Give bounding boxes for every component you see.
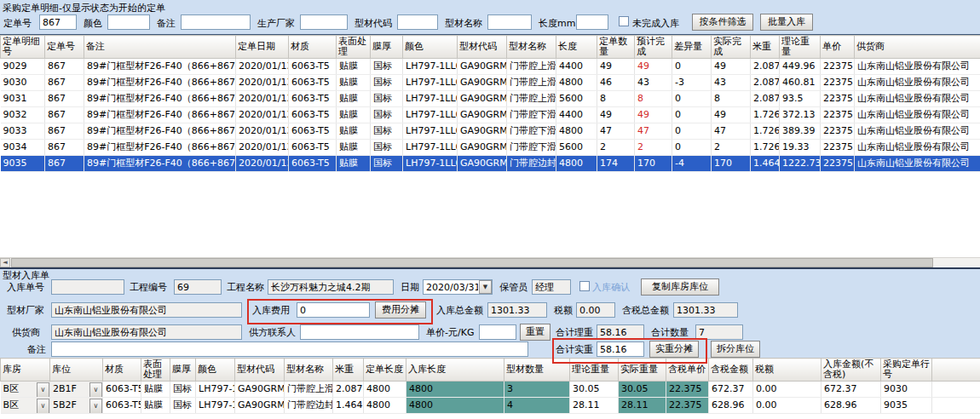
column-header[interactable]: 表面处理	[337, 36, 371, 59]
column-header[interactable]: 型材代码	[458, 36, 507, 59]
remark-input[interactable]	[51, 342, 528, 357]
column-header[interactable]: 供货商	[855, 36, 980, 59]
actual-share-button[interactable]: 实重分摊	[649, 341, 699, 358]
scrollbar-thumb[interactable]	[11, 258, 933, 267]
batch-inbound-button[interactable]: 批量入库	[760, 14, 813, 31]
column-header[interactable]: 颜色	[403, 36, 458, 59]
unfinished-checkbox[interactable]	[619, 16, 629, 26]
filter-manufacturer-input[interactable]	[300, 14, 348, 30]
dropdown-arrow-icon[interactable]: ∨	[89, 382, 102, 398]
reset-button[interactable]: 重置	[520, 324, 551, 341]
column-header[interactable]: 含税单价	[666, 359, 709, 382]
total-actual-input[interactable]	[597, 342, 644, 357]
column-header[interactable]: 理论重量	[780, 36, 821, 59]
filter-order-no-input[interactable]	[39, 14, 77, 30]
column-header[interactable]: 含税金额	[709, 359, 753, 382]
column-header[interactable]: 颜色	[196, 359, 235, 382]
column-header[interactable]: 理论重量	[570, 359, 619, 382]
cell: GA90GRM04	[458, 107, 507, 123]
column-header[interactable]: 型材代码	[235, 359, 285, 382]
supplier-contact-input[interactable]	[300, 324, 419, 340]
cell: 6063-T5	[289, 156, 337, 172]
column-header[interactable]: 型材名称	[507, 36, 556, 59]
column-header[interactable]: 米重	[333, 359, 364, 382]
column-header[interactable]: 备注	[84, 36, 236, 59]
column-header[interactable]: 入库金额(不含税)	[821, 359, 881, 382]
column-header[interactable]: 库位	[50, 359, 103, 382]
project-no-input[interactable]	[174, 279, 222, 295]
column-header[interactable]: 型材名称	[285, 359, 333, 382]
unit-price-input[interactable]	[479, 324, 516, 340]
cell: 4400	[556, 107, 597, 123]
table-row[interactable]: 903586789#门框型材F26-F40（866+867）2020/01/13…	[1, 156, 980, 172]
split-location-button[interactable]: 拆分库位	[711, 341, 760, 358]
column-header[interactable]: 实际完成	[712, 36, 751, 59]
column-header[interactable]: 差异量	[672, 36, 712, 59]
dropdown-arrow-icon[interactable]: ∨	[37, 399, 49, 414]
tax-total-input[interactable]	[673, 302, 738, 318]
column-header[interactable]: 库房	[1, 359, 50, 382]
filter-by-condition-button[interactable]: 按条件筛选	[692, 14, 753, 31]
cell: 贴膜	[141, 382, 170, 398]
column-header[interactable]: 入库长度	[406, 359, 504, 382]
cell: 89#门框型材F26-F40（866+867）	[84, 75, 236, 91]
column-header[interactable]: 膜厚	[170, 359, 196, 382]
cell: 0	[672, 123, 712, 140]
inbound-confirm-checkbox[interactable]	[579, 281, 590, 291]
cell: LH797-1LL0	[403, 156, 458, 172]
filter-color-input[interactable]	[107, 14, 150, 30]
column-header[interactable]: 定单明细号	[1, 36, 45, 59]
cell: 3	[504, 382, 570, 398]
table-row[interactable]: 903286789#门框型材F26-F40（866+867）2020/01/13…	[1, 107, 980, 123]
inbound-total-input[interactable]	[487, 302, 547, 318]
keeper-input[interactable]	[532, 279, 571, 295]
total-theory-input[interactable]	[597, 324, 644, 340]
column-header[interactable]: 长度	[556, 36, 597, 59]
table-row[interactable]: 903386789#门框型材F26-F40（866+867）2020/01/13…	[1, 123, 980, 140]
cell: 贴膜	[337, 59, 371, 75]
factory-input[interactable]	[51, 302, 242, 318]
table-row[interactable]: 903086789#门框型材F26-F40（866+867）2020/01/13…	[1, 75, 980, 91]
column-header[interactable]: 膜厚	[371, 36, 403, 59]
dropdown-arrow-icon[interactable]: ∨	[37, 382, 49, 398]
column-header[interactable]: 型材数量	[504, 359, 570, 382]
dropdown-arrow-icon[interactable]: ∨	[89, 399, 102, 414]
cell: 贴膜	[337, 75, 371, 91]
table-row[interactable]: 902986789#门框型材F26-F40（866+867）2020/01/13…	[1, 59, 980, 75]
tax-input[interactable]	[576, 302, 615, 318]
total-qty-input[interactable]	[695, 324, 743, 340]
column-header[interactable]: 采购定单行号	[881, 359, 932, 382]
column-header[interactable]: 税额	[753, 359, 821, 382]
calendar-dropdown-icon[interactable]: ▼	[479, 280, 492, 294]
column-header[interactable]: 定单数量	[597, 36, 635, 59]
column-header[interactable]: 材质	[103, 359, 141, 382]
copy-warehouse-button[interactable]: 复制库房库位	[641, 278, 719, 296]
cell: LH797-1LL0	[403, 59, 458, 75]
filter-profile-name-input[interactable]	[487, 14, 532, 30]
column-header[interactable]: 定单长度	[364, 359, 406, 382]
filter-length-input[interactable]	[576, 14, 608, 30]
table-row[interactable]: 903486789#门框型材F26-F40（866+867）2020/01/13…	[1, 140, 980, 156]
project-name-input[interactable]	[268, 279, 394, 295]
cell: GA90GRM03	[458, 75, 507, 91]
column-header[interactable]: 预计完成	[635, 36, 672, 59]
filter-remark-input[interactable]	[181, 14, 251, 30]
scroll-left-icon[interactable]: ◄	[0, 258, 10, 267]
column-header[interactable]: 单价	[821, 36, 855, 59]
fee-share-button[interactable]: 费用分摊	[375, 301, 426, 319]
column-header[interactable]: 材质	[289, 36, 337, 59]
inbound-no-input[interactable]	[51, 279, 124, 295]
column-header[interactable]: 实际重量	[619, 359, 666, 382]
supplier-input[interactable]	[51, 324, 242, 340]
column-header[interactable]: 定单号	[45, 36, 84, 59]
table-row[interactable]: B区∨5B2F∨6063-T5贴膜国标LH797-1LL0GA90GRM05门带…	[1, 398, 980, 414]
fee-input[interactable]	[297, 302, 370, 318]
filter-profile-code-input[interactable]	[397, 14, 438, 30]
column-header[interactable]: 米重	[751, 36, 780, 59]
column-header[interactable]: 表面处理	[141, 359, 170, 382]
table-row[interactable]: B区∨2B1F∨6063-T5贴膜国标LH797-1LL0GA90GRM03门带…	[1, 382, 980, 398]
table-row[interactable]: 903186789#门框型材F26-F40（866+867）2020/01/13…	[1, 91, 980, 107]
cell: 867	[45, 140, 84, 156]
column-header[interactable]	[932, 359, 980, 382]
column-header[interactable]: 定单日期	[236, 36, 289, 59]
